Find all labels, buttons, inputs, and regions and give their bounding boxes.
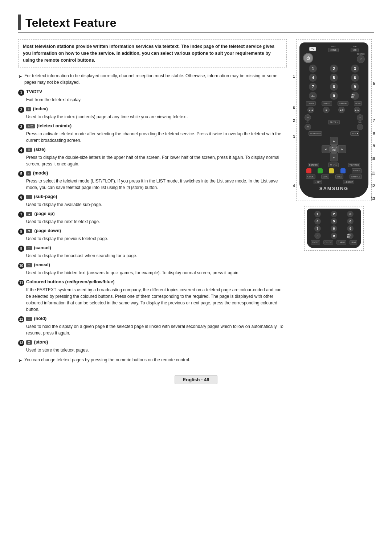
- s-num-6[interactable]: 6: [347, 218, 354, 225]
- annot-5: 5: [373, 82, 375, 86]
- feature-num-2: 2: [18, 107, 24, 113]
- menu-osd-btn[interactable]: MENU/OSD: [309, 131, 322, 136]
- title-bar: Teletext Feature: [18, 15, 374, 33]
- remote-source-row: TV DVD CABLE STB VCR: [303, 45, 365, 52]
- play-btn[interactable]: ►II: [338, 107, 345, 113]
- dpad-right-btn[interactable]: ►: [338, 145, 346, 153]
- s-num-3[interactable]: 3: [347, 211, 354, 217]
- feature-num-6: 6: [18, 194, 24, 201]
- subtitle-btn[interactable]: SUBTITLE: [350, 174, 362, 179]
- tvdtv-btn[interactable]: TV/DTV: [306, 101, 316, 106]
- pmode-btn[interactable]: P.MODE: [352, 168, 362, 173]
- s-num-dash[interactable]: -/--: [314, 233, 321, 239]
- num-2[interactable]: 2: [330, 65, 338, 73]
- chlist-btn[interactable]: CH.LIST: [322, 101, 332, 106]
- s-prech[interactable]: PRE-CH: [347, 233, 354, 239]
- guide-row: GUIDE DUAL STILL SUBTITLE: [303, 174, 365, 179]
- intro-text: Most television stations provide written…: [23, 44, 274, 63]
- s-num-2[interactable]: 2: [331, 211, 337, 217]
- annot-13: 13: [371, 197, 375, 201]
- still-btn[interactable]: STILL: [335, 174, 344, 179]
- s-num-4[interactable]: 4: [314, 218, 321, 225]
- num-6[interactable]: 6: [351, 74, 359, 82]
- s-num-5[interactable]: 5: [331, 218, 337, 225]
- s-chlist[interactable]: CH.LIST: [323, 240, 333, 245]
- yellow-btn[interactable]: [329, 168, 334, 173]
- annot-2: 2: [293, 119, 295, 123]
- num-0[interactable]: 0: [330, 92, 338, 100]
- green-btn[interactable]: [318, 168, 323, 173]
- feature-item-11: 11 Coloured buttons (red/green/yellow/bl…: [18, 279, 287, 313]
- ch-down-btn[interactable]: ∨: [305, 124, 311, 130]
- textmix-btn[interactable]: TEXT/MIX: [348, 163, 360, 167]
- guide-btn[interactable]: GUIDE: [306, 174, 315, 179]
- vol-down-btn[interactable]: −: [357, 124, 363, 130]
- num-5[interactable]: 5: [330, 74, 338, 82]
- stb-vcr-btn[interactable]: VCR: [351, 48, 359, 52]
- feature-body-1: Exit from the teletext display.: [26, 96, 287, 103]
- dmenu-btn[interactable]: D.MENU: [338, 101, 348, 106]
- feature-item-2: 2 ≡ (index) Used to display the index (c…: [18, 106, 287, 120]
- num-9[interactable]: 9: [351, 83, 359, 91]
- num-dash[interactable]: -/--: [309, 92, 317, 100]
- tip-row: ➤ For teletext information to be display…: [18, 73, 287, 86]
- footer-badge: English - 46: [175, 375, 218, 384]
- tv-btn[interactable]: TV: [309, 47, 317, 51]
- feature-num-4: 4: [18, 147, 24, 153]
- s-dmenu[interactable]: D.MENU: [336, 240, 347, 245]
- s-tvdtv[interactable]: TV/DTV: [311, 240, 320, 245]
- num-4[interactable]: 4: [309, 74, 317, 82]
- annot-11: 11: [371, 171, 375, 175]
- s-num-1[interactable]: 1: [314, 211, 321, 217]
- num-3[interactable]: 3: [351, 65, 359, 73]
- dvd-cable-btn[interactable]: CABLE: [328, 48, 338, 52]
- s-hdmi[interactable]: HDMI: [350, 240, 357, 245]
- set-btn[interactable]: ○ SET: [314, 180, 322, 184]
- feature-item-9: 9 ⊡ (cancel) Used to display the broadca…: [18, 245, 287, 259]
- rew-btn[interactable]: ◄◄: [307, 107, 314, 113]
- num-1[interactable]: 1: [309, 65, 317, 73]
- numpad: 1 2 3 4 5 6 7 8 9 -/-- 0 PRE-CH: [303, 65, 365, 100]
- pre-ch-btn[interactable]: PRE-CH: [351, 92, 359, 100]
- dpad-down-btn[interactable]: ▼: [330, 153, 338, 161]
- s-num-8[interactable]: 8: [331, 225, 337, 232]
- hdmi-btn[interactable]: HDMI: [354, 101, 362, 106]
- tip2-text: You can change teletext pages by pressin…: [24, 357, 190, 364]
- feature-item-4: 4 ⊞ (size) Press to display the double-s…: [18, 147, 287, 167]
- small-remote-wrapper: 1 2 3 4 5 6 7 8 9 -/-- 0 PRE-CH TV/DTV C…: [304, 206, 364, 251]
- dpad-left-btn[interactable]: ◄: [322, 145, 330, 153]
- return-btn[interactable]: RETURN: [308, 163, 319, 167]
- ch-up-btn[interactable]: ∧: [305, 114, 311, 121]
- num-8[interactable]: 8: [330, 83, 338, 91]
- red-btn[interactable]: [306, 168, 311, 173]
- dual-btn[interactable]: DUAL: [321, 174, 330, 179]
- remote-power-row: ⏻ SOURCE ↩: [303, 53, 365, 63]
- tip2-arrow-icon: ➤: [18, 357, 22, 364]
- feature-label-8: ▼ (page down): [26, 228, 61, 233]
- page-footer: English - 46: [18, 375, 374, 384]
- feature-body-8: Used to display the previous teletext pa…: [26, 235, 287, 242]
- dpad-container: ▲ ▼ ◄ ► ENTER /OK: [303, 137, 365, 161]
- feature-num-12: 12: [18, 316, 24, 323]
- mute-btn[interactable]: MUTE ♪: [328, 120, 340, 124]
- annot-8: 8: [373, 131, 375, 135]
- s-num-9[interactable]: 9: [347, 225, 354, 232]
- enter-btn[interactable]: ENTER /OK: [329, 144, 339, 154]
- source-btn[interactable]: ↩: [357, 55, 365, 63]
- s-num-0[interactable]: 0: [331, 233, 337, 239]
- feature-body-10: Used to display the hidden text (answers…: [26, 270, 287, 276]
- title-accent: [18, 15, 21, 30]
- s-num-7[interactable]: 7: [314, 225, 321, 232]
- info-btn[interactable]: INFO ⓘ: [328, 163, 339, 167]
- stop-btn[interactable]: ■: [323, 107, 330, 113]
- feature-num-1: 1: [18, 90, 24, 96]
- power-btn[interactable]: ⏻: [303, 53, 313, 63]
- vol-up-btn[interactable]: +: [357, 114, 363, 121]
- reset-btn[interactable]: ○ RESET: [343, 180, 354, 184]
- dpad-up-btn[interactable]: ▲: [330, 137, 338, 145]
- num-7[interactable]: 7: [309, 83, 317, 91]
- exit-btn[interactable]: EXIT ■: [350, 131, 359, 136]
- ff-btn[interactable]: ►►: [354, 107, 360, 113]
- feature-label-9: ⊡ (cancel): [26, 245, 51, 250]
- blue-btn[interactable]: [340, 168, 346, 173]
